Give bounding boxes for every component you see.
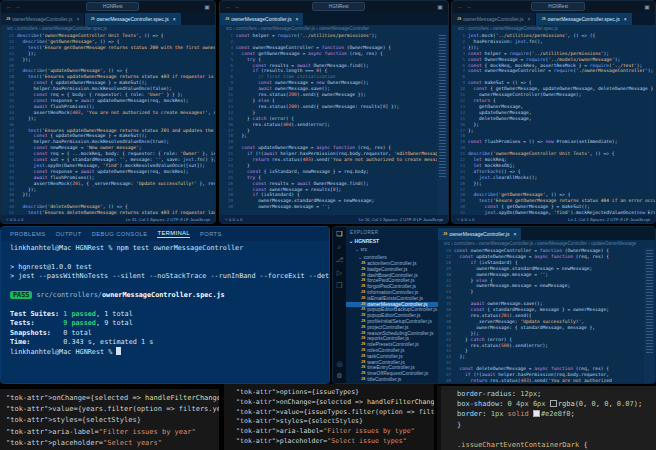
line-number: 48 [438, 378, 454, 383]
command-center-search[interactable]: HGNRest [531, 2, 585, 11]
code-line[interactable]: 22 return res.status(403).send('You are … [220, 157, 448, 163]
files-icon[interactable]: ❏ [336, 230, 342, 238]
breadcrumb[interactable]: src › controllers › ownerMessageControll… [438, 240, 655, 248]
snippet-line[interactable]: "tok-attr">options={issueTypes} [236, 388, 428, 398]
tab-close-icon[interactable]: × [173, 16, 176, 22]
panel-tab-output[interactable]: OUTPUT [55, 231, 81, 237]
snippet-line[interactable]: } [457, 420, 650, 430]
tab-label: ownerMessageController.spec.js [97, 16, 169, 22]
tab-close-icon[interactable]: × [513, 231, 516, 237]
js-file-icon: JS [90, 17, 94, 21]
snippet-line[interactable]: "tok-attr">value={issueTypes.filter(opti… [236, 408, 428, 418]
breadcrumb[interactable]: src › controllers › ownerMessageControll… [452, 25, 655, 33]
terminal-prompt[interactable]: linkhanhtel@Mac HGNRest % [10, 347, 320, 357]
snippet-line[interactable]: "tok-attr">styles={selectStyles} [236, 417, 428, 427]
terminal-cursor [116, 347, 121, 355]
terminal-line: Test Suites: 1 passed, 1 total [10, 310, 320, 319]
snippet-line[interactable]: "tok-attr">onChange={selected => handleF… [236, 398, 428, 408]
editor-tab[interactable]: JSownerMessageController.js× [452, 13, 536, 25]
status-editor-info[interactable]: Ln 31, Col 1 Spaces: 2 UTF-8 LF JavaScri… [126, 217, 210, 222]
snippet-line[interactable]: "tok-attr">onChange={selected => handleF… [6, 393, 213, 404]
js-file-icon: JS [443, 232, 447, 236]
status-editor-info[interactable]: Ln 16, Col 1 Spaces: 2 UTF-8 LF JavaScri… [359, 217, 443, 222]
snippet-line[interactable]: "tok-attr">aria-label="Filter issues by … [236, 427, 428, 437]
snippet-line[interactable]: .issueChartEventContainerDark { [457, 440, 650, 450]
editor-tab[interactable]: JSownerMessageController.spec.js× [536, 13, 632, 25]
code-line[interactable]: 7const ownerMessageController = require(… [452, 68, 655, 74]
snippet-line[interactable]: border: 1px solid #e2e8f0; [457, 409, 650, 419]
history-forward-icon[interactable]: → [466, 4, 472, 10]
snippet-line[interactable] [457, 430, 650, 440]
editor-tab[interactable]: JSownerMessageController.js× [1, 13, 85, 25]
tab-close-icon[interactable]: × [76, 16, 79, 22]
line-number: 31 [452, 210, 468, 215]
breadcrumb[interactable]: src › controllers › ownerMessageControll… [220, 25, 448, 33]
explorer-sidebar: EXPLORER ⌄ HGNREST ⌄ src ⌄ controllers J… [346, 227, 438, 383]
activity-bar: ❏⌕⎇▷❒◎⚙ [333, 227, 346, 383]
folder-controllers[interactable]: ⌄ controllers [346, 253, 438, 261]
snippet-line[interactable]: "tok-attr">value={years.filter(option =>… [6, 404, 213, 415]
code-line[interactable]: 48 return res.status(403).send('You are … [438, 378, 655, 383]
snippet-line[interactable]: "tok-attr">aria-label="Filter issues by … [6, 427, 213, 438]
minimap[interactable] [644, 248, 655, 383]
snippet-line[interactable]: box-shadow: 0 4px 6px rgba(0, 0, 0, 0.07… [457, 399, 650, 409]
snippet-line[interactable]: "tok-attr">placeholder="Select issue typ… [236, 437, 428, 447]
source-control-icon[interactable]: ⎇ [335, 256, 343, 264]
search-icon[interactable]: ⌕ [338, 243, 342, 251]
layout-toggle-icon[interactable]: ▣ [204, 3, 210, 10]
snippet-line[interactable]: "tok-attr">placeholder="Select years" [6, 438, 213, 449]
minimap[interactable] [437, 33, 448, 215]
status-bar: ⑂ ⊗ 0 △ 0 Ln 1, Col 1 Spaces: 2 UTF-8 LF… [452, 215, 655, 223]
breadcrumb[interactable]: src › controllers › ownerMessageControll… [1, 25, 215, 33]
tab-label: ownerMessageController.js [449, 231, 509, 237]
terminal-output[interactable]: linkhanhtel@Mac HGNRest % npm test owner… [1, 241, 329, 361]
status-editor-info[interactable]: Ln 1, Col 1 Spaces: 2 UTF-8 LF JavaScrip… [568, 217, 650, 222]
status-branch-indicator[interactable]: ⑂ ⊗ 0 △ 0 [225, 217, 242, 222]
editor-tabbar: JSownerMessageController.js×JSownerMessa… [1, 12, 215, 25]
tab-close-icon[interactable]: × [624, 16, 627, 22]
folder-src[interactable]: ⌄ src [346, 245, 438, 253]
snippet-line[interactable]: border-radius: 12px; [457, 389, 650, 399]
status-branch-indicator[interactable]: ⑂ ⊗ 0 △ 0 [6, 217, 23, 222]
extensions-icon[interactable]: ❒ [336, 282, 342, 290]
editor-tab[interactable]: JSownerMessageController.spec.js× [85, 13, 181, 25]
history-back-icon[interactable]: ← [6, 4, 12, 10]
explorer-root-folder[interactable]: ⌄ HGNREST [346, 237, 438, 245]
layout-toggle-icon[interactable]: ▣ [437, 3, 443, 10]
file-list: JSactionItemController.jsJSbadgeControll… [346, 261, 438, 383]
command-center-search[interactable]: HGNRest [86, 2, 140, 11]
code-snippet-issue-type-filter[interactable]: "tok-attr">options={issueTypes}"tok-attr… [221, 384, 434, 450]
panel-tab-debug-console[interactable]: DEBUG CONSOLE [92, 231, 148, 237]
status-branch-indicator[interactable]: ⑂ ⊗ 0 △ 0 [457, 217, 474, 222]
snippet-line[interactable]: "tok-attr">styles={selectStyles} [6, 415, 213, 426]
code-line[interactable]: 30 ownerMessage.message = ''; [220, 204, 448, 210]
panel-tab-problems[interactable]: PROBLEMS [10, 231, 45, 237]
pass-badge: PASS [10, 291, 32, 299]
code-editor: 21describe('ownerMessageController Unit … [1, 33, 215, 215]
js-file-icon: JS [6, 17, 10, 21]
code-line[interactable]: 51 test('Ensures deleteOwnerMessage retu… [1, 210, 215, 215]
run-debug-icon[interactable]: ▷ [337, 269, 342, 277]
history-forward-icon[interactable]: → [234, 4, 240, 10]
tab-close-icon[interactable]: × [527, 16, 530, 22]
history-back-icon[interactable]: ← [225, 4, 231, 10]
settings-gear-icon[interactable]: ⚙ [336, 372, 342, 380]
panel-tab-terminal[interactable]: TERMINAL [157, 230, 190, 238]
layout-toggle-icon[interactable]: ▣ [644, 3, 650, 10]
tab-label: ownerMessageController.js [463, 16, 523, 22]
code-snippet-year-filter[interactable]: "tok-attr">onChange={selected => handleF… [0, 389, 219, 450]
terminal-line [10, 253, 320, 262]
history-back-icon[interactable]: ← [457, 4, 463, 10]
history-forward-icon[interactable]: → [15, 4, 21, 10]
tab-close-icon[interactable]: × [295, 16, 298, 22]
terminal-line: linkhanhtel@Mac HGNRest % npm test owner… [10, 244, 320, 253]
account-icon[interactable]: ◎ [336, 360, 342, 368]
terminal-line: PASS src/controllers/ownerMessageControl… [10, 291, 320, 300]
code-snippet-css-issue-chart[interactable]: border-radius: 12px;box-shadow: 0 4px 6p… [437, 386, 656, 450]
editor-tab[interactable]: JSownerMessageController.js× [220, 13, 304, 25]
panel-tab-ports[interactable]: PORTS [200, 231, 222, 237]
editor-tab[interactable]: JSownerMessageController.js× [438, 228, 522, 240]
vscode-window-spec-header: ← → HGNRest ▣ JSownerMessageController.j… [451, 0, 656, 224]
code-line[interactable]: 31 jest.spyOn(OwnerMessage, 'find').mock… [452, 210, 655, 215]
command-center-search[interactable]: HGNRest [312, 2, 366, 11]
